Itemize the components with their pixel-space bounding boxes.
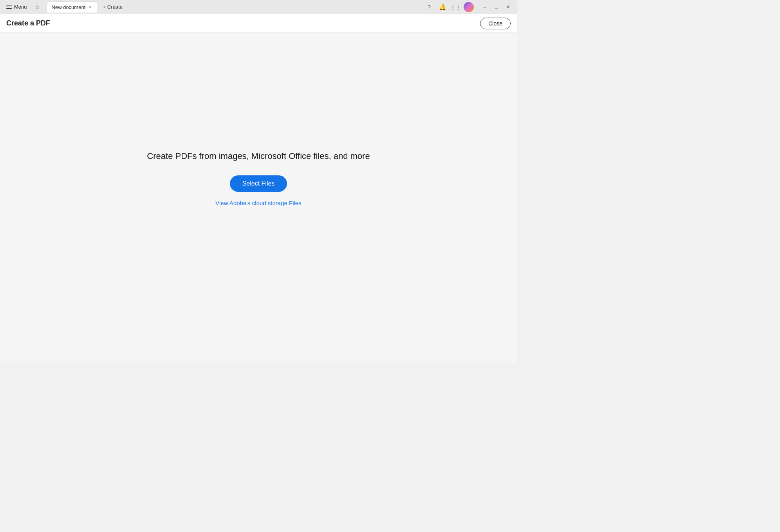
- page-title: Create a PDF: [6, 19, 50, 27]
- new-tab-button[interactable]: + Create: [99, 2, 126, 13]
- help-button[interactable]: ?: [424, 2, 435, 13]
- title-bar-right: ? 🔔 ⋮⋮ ─ □ ✕: [424, 2, 514, 13]
- help-icon: ?: [428, 4, 431, 10]
- home-icon: ⌂: [36, 4, 40, 11]
- create-label: Create: [107, 4, 123, 10]
- bell-icon: 🔔: [439, 4, 446, 11]
- hamburger-icon: [6, 5, 12, 9]
- app-header: Create a PDF Close: [0, 14, 517, 33]
- plus-icon: +: [103, 4, 106, 10]
- user-avatar[interactable]: [464, 2, 474, 12]
- apps-icon: ⋮⋮: [450, 4, 462, 11]
- notifications-button[interactable]: 🔔: [437, 2, 448, 13]
- tab-label: New document: [52, 4, 86, 10]
- select-files-button[interactable]: Select Files: [230, 175, 287, 192]
- menu-label: Menu: [14, 4, 27, 10]
- tab-bar: New document ✕ + Create: [47, 2, 126, 13]
- tab-close-button[interactable]: ✕: [88, 5, 93, 10]
- close-window-button[interactable]: ✕: [503, 2, 514, 13]
- close-button[interactable]: Close: [480, 18, 511, 29]
- maximize-icon: □: [495, 4, 498, 10]
- window-controls: ─ □ ✕: [479, 2, 514, 13]
- menu-button[interactable]: Menu: [3, 2, 30, 11]
- cloud-storage-link[interactable]: View Adobe's cloud storage Files: [215, 200, 301, 206]
- maximize-button[interactable]: □: [491, 2, 502, 13]
- minimize-icon: ─: [483, 4, 487, 10]
- close-window-icon: ✕: [506, 4, 510, 10]
- title-bar: Menu ⌂ New document ✕ + Create ? 🔔 ⋮⋮: [0, 0, 517, 14]
- content-heading: Create PDFs from images, Microsoft Offic…: [147, 151, 370, 161]
- title-bar-left: Menu ⌂ New document ✕ + Create: [3, 2, 424, 13]
- minimize-button[interactable]: ─: [479, 2, 490, 13]
- home-button[interactable]: ⌂: [32, 2, 43, 13]
- apps-button[interactable]: ⋮⋮: [450, 2, 461, 13]
- main-content: Create PDFs from images, Microsoft Offic…: [0, 33, 517, 363]
- active-tab[interactable]: New document ✕: [47, 2, 98, 13]
